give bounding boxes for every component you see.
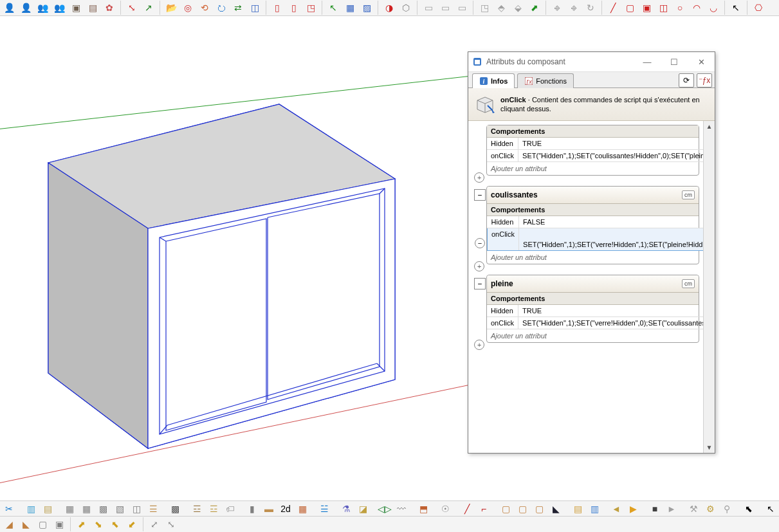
iso3-icon[interactable]: ⬙ bbox=[510, 0, 526, 15]
attr-value-cell[interactable]: SET("Hidden",1);SET("verre!Hidden",0);SE… bbox=[518, 317, 703, 329]
flag-icon[interactable]: ◣ bbox=[548, 501, 564, 517]
back-icon[interactable]: ◄ bbox=[609, 501, 624, 517]
square-icon[interactable]: ▢ bbox=[622, 0, 637, 15]
person-icon[interactable]: 👤 bbox=[1, 0, 17, 15]
panel-titlebar[interactable]: Attributs du composant — ☐ ✕ bbox=[468, 52, 715, 72]
attribute-row[interactable]: HiddenFALSE bbox=[488, 216, 704, 228]
fwd-icon[interactable]: ► bbox=[664, 501, 679, 517]
tray-icon[interactable]: ▥ bbox=[23, 501, 39, 517]
note-icon[interactable]: ▤ bbox=[570, 501, 585, 517]
close-button[interactable]: ✕ bbox=[688, 52, 715, 71]
add-attr-button[interactable]: + bbox=[474, 172, 484, 183]
attr-value-cell[interactable]: SET("Hidden",1);SET("coulissantes!Hidden… bbox=[518, 150, 703, 162]
rect2-icon[interactable]: ▭ bbox=[437, 0, 453, 15]
attribute-row[interactable]: HiddenTRUE bbox=[487, 138, 703, 150]
attribute-row[interactable]: HiddenTRUE bbox=[487, 305, 703, 317]
wave-icon[interactable]: 〰 bbox=[394, 501, 409, 517]
tab-infos[interactable]: i Infos bbox=[472, 73, 515, 88]
2d-label[interactable]: 2d bbox=[278, 501, 293, 517]
gear-icon[interactable]: ✿ bbox=[102, 0, 117, 15]
attribute-row[interactable]: onClickSET("Hidden",1);SET("verre!Hidden… bbox=[487, 317, 703, 329]
attribute-row[interactable]: onClickSET("Hidden",1);SET("coulissantes… bbox=[487, 150, 703, 162]
b2-9[interactable]: ⤢ bbox=[147, 517, 162, 532]
select2-icon[interactable]: ▦ bbox=[295, 501, 310, 517]
boxup-icon[interactable]: ⬒ bbox=[416, 501, 431, 517]
collapse-toggle[interactable]: − bbox=[474, 189, 486, 201]
refresh-button[interactable]: ⟳ bbox=[679, 73, 694, 87]
iso1-icon[interactable]: ◳ bbox=[477, 0, 492, 15]
face1-icon[interactable]: ▯ bbox=[270, 0, 285, 15]
add-attribute-link[interactable]: Ajouter un attribut+ bbox=[487, 251, 699, 264]
align-icon[interactable]: ☱ bbox=[316, 501, 332, 517]
scroll-up-icon[interactable]: ▲ bbox=[704, 121, 715, 132]
grid2-icon[interactable]: ▦ bbox=[78, 501, 94, 517]
grid3-icon[interactable]: ▩ bbox=[95, 501, 111, 517]
group-header[interactable]: pleinecm bbox=[487, 275, 699, 293]
person2-icon[interactable]: 👤 bbox=[18, 0, 33, 15]
maximize-button[interactable]: ☐ bbox=[661, 52, 688, 71]
loop-icon[interactable]: ⭮ bbox=[214, 0, 229, 15]
collapse-toggle[interactable]: − bbox=[474, 278, 486, 289]
open-icon[interactable]: 📂 bbox=[163, 0, 179, 15]
attr-name-cell[interactable]: onClick− bbox=[488, 228, 519, 251]
select-icon[interactable]: ↖ bbox=[325, 0, 341, 15]
hbar-icon[interactable]: ▬ bbox=[261, 501, 277, 517]
line2-icon[interactable]: ╱ bbox=[459, 501, 475, 517]
box-icon[interactable]: ▤ bbox=[85, 0, 100, 15]
layers-icon[interactable]: ▣ bbox=[68, 0, 84, 15]
panel-scrollbar[interactable]: ▲ ▼ bbox=[703, 121, 715, 453]
stack-icon[interactable]: ☲ bbox=[189, 501, 205, 517]
sq1-icon[interactable]: ▢ bbox=[498, 501, 513, 517]
face3-icon[interactable]: ◳ bbox=[303, 0, 318, 15]
scroll-track[interactable] bbox=[704, 132, 715, 442]
rotate-icon[interactable]: ↻ bbox=[583, 0, 598, 15]
stop-icon[interactable]: ■ bbox=[647, 501, 663, 517]
b2-3[interactable]: ▢ bbox=[35, 517, 50, 532]
circle-icon[interactable]: ○ bbox=[672, 0, 688, 15]
group-header[interactable]: coulissantescm bbox=[487, 187, 699, 204]
axis-y-icon[interactable]: ↗ bbox=[141, 0, 156, 15]
tab-fonctions[interactable]: ƒx Fonctions bbox=[517, 73, 574, 88]
axis-xyz-icon[interactable]: ⤡ bbox=[124, 0, 140, 15]
note2-icon[interactable]: ▥ bbox=[587, 501, 602, 517]
play-icon[interactable]: ▶ bbox=[625, 501, 641, 517]
orbit-icon[interactable]: ☉ bbox=[437, 501, 453, 517]
group-icon[interactable]: 👥 bbox=[35, 0, 50, 15]
rect3-icon[interactable]: ▭ bbox=[454, 0, 470, 15]
square2-icon[interactable]: ▣ bbox=[639, 0, 654, 15]
swap-icon[interactable]: ⇄ bbox=[230, 0, 246, 15]
hex-icon[interactable]: ⬡ bbox=[398, 0, 414, 15]
b2-7[interactable]: ⬉ bbox=[107, 517, 123, 532]
b2-10[interactable]: ⤡ bbox=[163, 517, 179, 532]
stack2-icon[interactable]: ☲ bbox=[206, 501, 221, 517]
unit-chip[interactable]: cm bbox=[682, 279, 695, 288]
remove-attr-button[interactable]: − bbox=[475, 238, 485, 248]
minimize-button[interactable]: — bbox=[634, 52, 661, 71]
scroll-down-icon[interactable]: ▼ bbox=[704, 442, 715, 453]
ptr-icon[interactable]: ↖ bbox=[728, 0, 744, 15]
tool3-icon[interactable]: ⚲ bbox=[719, 501, 735, 517]
attr-value-cell[interactable]: TRUE bbox=[518, 138, 703, 150]
layers2-icon[interactable]: ☰ bbox=[145, 501, 161, 517]
attr-value-cell[interactable]: FALSE bbox=[519, 216, 703, 228]
shape-icon[interactable]: ◪ bbox=[355, 501, 371, 517]
tray2-icon[interactable]: ▤ bbox=[40, 501, 55, 517]
unit-chip[interactable]: cm bbox=[682, 190, 695, 199]
flask-icon[interactable]: ⚗ bbox=[338, 501, 354, 517]
b2-4[interactable]: ▣ bbox=[51, 517, 67, 532]
sq2-icon[interactable]: ▢ bbox=[515, 501, 530, 517]
tool1-icon[interactable]: ⚒ bbox=[686, 501, 701, 517]
iso2-icon[interactable]: ⬘ bbox=[493, 0, 509, 15]
attr-name-cell[interactable]: Hidden bbox=[487, 138, 518, 150]
attr-name-cell[interactable]: onClick bbox=[487, 150, 518, 162]
grid4-icon[interactable]: ▧ bbox=[112, 501, 127, 517]
rect1-icon[interactable]: ▭ bbox=[421, 0, 436, 15]
ptr3-icon[interactable]: ↖ bbox=[763, 501, 778, 517]
face2-icon[interactable]: ▯ bbox=[286, 0, 302, 15]
add-attribute-link[interactable]: Ajouter un attribut+ bbox=[487, 329, 699, 342]
group2-icon[interactable]: 👥 bbox=[51, 0, 67, 15]
tag-icon[interactable]: 🏷 bbox=[223, 501, 238, 517]
box2-icon[interactable]: ▦ bbox=[342, 0, 358, 15]
toggle-fx-button[interactable]: ⁻ƒx bbox=[697, 73, 712, 87]
attr-value-cell[interactable]: ✎SET("Hidden",1);SET("verre!Hidden",1);S… bbox=[519, 228, 703, 251]
